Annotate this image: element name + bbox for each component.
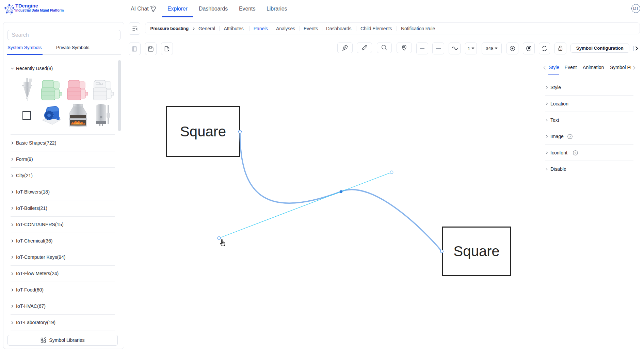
svg-text:?: ? xyxy=(575,151,576,155)
svg-text:?: ? xyxy=(569,135,571,138)
